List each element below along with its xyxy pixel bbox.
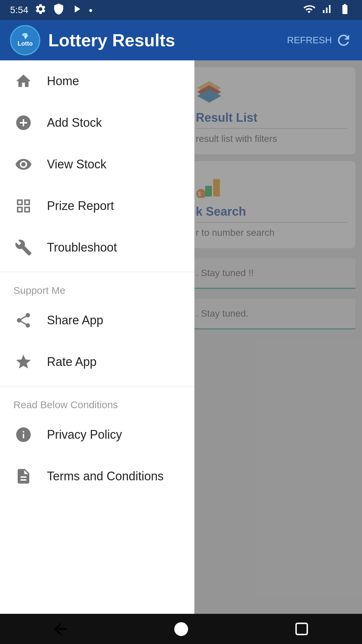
- time-display: 5:54: [10, 5, 28, 15]
- svg-rect-8: [296, 623, 307, 634]
- bottom-navigation: [0, 614, 362, 644]
- sidebar-item-prize-report-label: Prize Report: [47, 199, 114, 213]
- wrench-icon: [13, 237, 34, 258]
- main-container: Result List result list with filters $ k…: [0, 60, 362, 614]
- status-left: 5:54 ●: [10, 3, 93, 17]
- svg-point-7: [174, 622, 188, 636]
- home-icon: [13, 71, 34, 91]
- sidebar-item-home[interactable]: Home: [0, 60, 194, 102]
- drawer-overlay[interactable]: [181, 60, 362, 614]
- status-bar: 5:54 ●: [0, 0, 362, 20]
- sidebar-item-privacy-policy-label: Privacy Policy: [47, 428, 122, 442]
- shield-icon: [53, 3, 65, 17]
- battery-icon: [338, 3, 352, 17]
- add-circle-icon: [13, 113, 34, 133]
- info-icon: [13, 425, 34, 445]
- sidebar-item-home-label: Home: [47, 74, 79, 88]
- star-icon: [13, 352, 34, 372]
- sidebar-item-share-app-label: Share App: [47, 313, 103, 327]
- navigation-drawer: Home Add Stock View Stock Prize Report: [0, 60, 194, 614]
- sidebar-item-prize-report[interactable]: Prize Report: [0, 185, 194, 227]
- sidebar-item-view-stock-label: View Stock: [47, 157, 106, 171]
- conditions-section-header: Read Below Conditions: [0, 390, 194, 414]
- sidebar-item-rate-app-label: Rate App: [47, 355, 97, 369]
- sidebar-item-share-app[interactable]: Share App: [0, 300, 194, 341]
- divider-support: [0, 272, 194, 272]
- refresh-button[interactable]: REFRESH: [287, 32, 352, 49]
- play-icon: [71, 3, 83, 17]
- back-button[interactable]: [47, 615, 74, 642]
- sidebar-item-terms-conditions-label: Terms and Conditions: [47, 469, 164, 483]
- sidebar-item-view-stock[interactable]: View Stock: [0, 144, 194, 185]
- divider-conditions: [0, 386, 194, 386]
- settings-icon: [35, 3, 47, 17]
- grid-icon: [13, 196, 34, 216]
- status-right: [303, 3, 352, 17]
- eye-icon: [13, 154, 34, 174]
- app-logo: 💎Lotto: [10, 25, 40, 55]
- refresh-label: REFRESH: [287, 35, 332, 46]
- sidebar-item-troubleshoot[interactable]: Troubleshoot: [0, 227, 194, 268]
- sidebar-item-rate-app[interactable]: Rate App: [0, 341, 194, 383]
- sidebar-item-add-stock[interactable]: Add Stock: [0, 102, 194, 144]
- home-button[interactable]: [168, 615, 194, 642]
- sidebar-item-troubleshoot-label: Troubleshoot: [47, 240, 117, 255]
- signal-icon: [320, 3, 333, 17]
- share-icon: [13, 310, 34, 330]
- app-bar: 💎Lotto Lottery Results REFRESH: [0, 20, 362, 60]
- wifi-icon: [303, 3, 315, 17]
- document-icon: [13, 466, 34, 486]
- notification-dot: ●: [89, 6, 93, 14]
- sidebar-item-privacy-policy[interactable]: Privacy Policy: [0, 414, 194, 455]
- support-section-header: Support Me: [0, 275, 194, 300]
- sidebar-item-terms-conditions[interactable]: Terms and Conditions: [0, 455, 194, 497]
- recents-button[interactable]: [288, 615, 315, 642]
- app-title: Lottery Results: [48, 30, 279, 50]
- sidebar-item-add-stock-label: Add Stock: [47, 116, 102, 130]
